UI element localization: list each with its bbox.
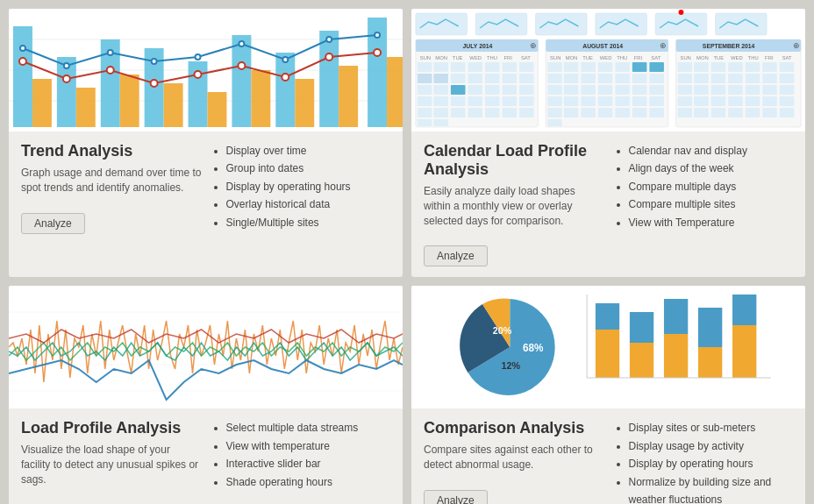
calendar-analyze-button[interactable]: Analyze	[424, 245, 488, 266]
svg-text:⊕: ⊕	[660, 41, 667, 50]
svg-rect-180	[762, 96, 777, 106]
svg-rect-61	[451, 62, 466, 72]
comparison-feature-3: Display by operating hours	[629, 455, 794, 472]
trend-feature-1: Display over time	[226, 142, 391, 160]
svg-rect-129	[564, 96, 579, 106]
svg-point-34	[152, 59, 157, 64]
svg-rect-178	[728, 96, 743, 106]
svg-rect-206	[732, 325, 756, 378]
svg-rect-72	[519, 74, 534, 83]
svg-rect-175	[678, 96, 693, 106]
svg-rect-20	[339, 66, 358, 127]
svg-rect-167	[780, 74, 795, 83]
svg-rect-62	[468, 62, 482, 72]
svg-rect-17	[207, 92, 226, 127]
svg-text:MON: MON	[566, 55, 578, 60]
svg-rect-64	[502, 62, 517, 72]
svg-text:68%: 68%	[523, 342, 544, 354]
svg-rect-138	[598, 108, 613, 117]
svg-rect-171	[728, 85, 743, 95]
calendar-feature-5: View with Temperature	[629, 214, 794, 231]
svg-rect-76	[468, 85, 482, 95]
svg-text:MON: MON	[435, 55, 447, 60]
calendar-title: Calendar Load Profile Analysis	[424, 142, 604, 179]
svg-text:SEPTEMBER 2014: SEPTEMBER 2014	[703, 43, 755, 49]
svg-rect-14	[76, 88, 96, 127]
svg-point-30	[374, 49, 381, 56]
trend-features: Display over time Group into dates Displ…	[211, 142, 391, 234]
svg-rect-63	[485, 62, 500, 72]
svg-rect-114	[547, 74, 562, 83]
svg-rect-204	[698, 347, 722, 378]
svg-rect-70	[485, 74, 500, 83]
svg-rect-130	[581, 96, 596, 106]
trend-chart-svg	[9, 9, 403, 131]
svg-rect-128	[547, 96, 562, 106]
svg-rect-109	[581, 62, 596, 72]
trend-feature-3: Display by operating hours	[226, 178, 391, 195]
svg-rect-173	[762, 85, 777, 95]
svg-rect-117	[598, 74, 613, 83]
svg-rect-121	[547, 85, 562, 95]
svg-point-29	[325, 53, 332, 60]
svg-rect-169	[694, 85, 709, 95]
calendar-feature-2: Align days of the week	[629, 160, 794, 177]
svg-rect-139	[615, 108, 630, 117]
svg-rect-44	[596, 13, 647, 35]
svg-point-33	[108, 50, 113, 55]
svg-rect-154	[678, 62, 693, 72]
svg-point-39	[375, 32, 380, 38]
svg-rect-120	[649, 74, 664, 83]
svg-point-28	[282, 74, 289, 81]
svg-rect-111	[615, 62, 630, 72]
svg-rect-158	[746, 62, 760, 72]
svg-text:12%: 12%	[501, 360, 520, 371]
svg-rect-184	[711, 108, 726, 117]
svg-text:TUE: TUE	[453, 55, 463, 60]
svg-text:SAT: SAT	[651, 55, 660, 60]
svg-rect-82	[451, 96, 466, 106]
svg-text:WED: WED	[731, 55, 743, 60]
svg-rect-127	[649, 85, 664, 95]
svg-rect-124	[598, 85, 613, 95]
load-feature-3: Interactive slider bar	[226, 455, 391, 472]
svg-rect-125	[615, 85, 630, 95]
comparison-analyze-button[interactable]: Analyze	[424, 490, 488, 504]
svg-rect-93	[519, 108, 534, 117]
svg-rect-46	[716, 13, 768, 35]
svg-rect-203	[664, 299, 688, 334]
svg-rect-73	[418, 85, 432, 95]
svg-rect-115	[564, 74, 579, 83]
svg-rect-88	[433, 108, 448, 117]
svg-text:⊕: ⊕	[793, 41, 800, 50]
svg-point-26	[195, 71, 202, 78]
trend-analyze-button[interactable]: Analyze	[21, 213, 85, 234]
svg-text:SUN: SUN	[420, 55, 431, 60]
load-feature-4: Shade operating hours	[226, 473, 391, 491]
comparison-feature-4: Normalize by building size and weather f…	[629, 473, 794, 504]
svg-point-24	[107, 67, 114, 74]
calendar-feature-3: Compare multiple days	[629, 178, 794, 195]
svg-text:20%: 20%	[493, 325, 512, 336]
load-card-content: Load Profile Analysis Visualize the load…	[21, 419, 390, 504]
svg-point-32	[64, 63, 69, 68]
svg-rect-183	[694, 108, 709, 117]
svg-rect-71	[502, 74, 517, 83]
svg-rect-75	[451, 85, 466, 95]
svg-point-31	[20, 46, 25, 51]
svg-rect-119	[632, 74, 647, 83]
svg-rect-90	[468, 108, 482, 117]
svg-rect-165	[746, 74, 760, 83]
svg-rect-187	[762, 108, 777, 117]
svg-rect-157	[728, 62, 743, 72]
svg-rect-199	[596, 303, 619, 330]
svg-rect-18	[251, 70, 270, 127]
svg-rect-205	[698, 308, 722, 347]
calendar-analysis-card: JULY 2014 ⊕ SUN MON TUE WED THU FRI SAT …	[411, 9, 805, 277]
svg-rect-16	[164, 83, 183, 127]
svg-rect-15	[120, 75, 139, 127]
svg-rect-84	[485, 96, 500, 106]
svg-rect-207	[732, 295, 756, 325]
svg-rect-60	[433, 62, 448, 72]
svg-rect-13	[32, 79, 52, 127]
